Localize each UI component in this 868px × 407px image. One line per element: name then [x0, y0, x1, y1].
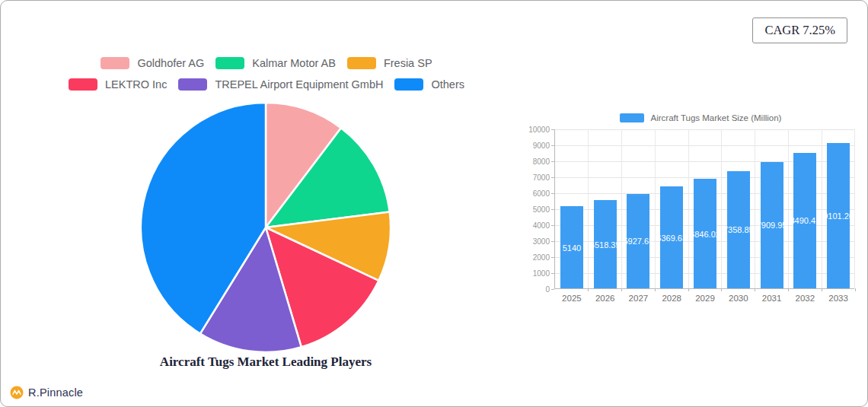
x-tick-label: 2025 [562, 294, 582, 303]
gridline-vertical [788, 129, 789, 288]
x-axis-tick [655, 288, 656, 291]
x-axis-tick [788, 288, 789, 291]
y-tick-label: 8000 [533, 157, 550, 166]
y-axis-tick [551, 209, 554, 212]
cagr-badge: CAGR 7.25% [752, 17, 847, 43]
legend-label: Fresia SP [384, 57, 432, 69]
report-canvas: CAGR 7.25% Goldhofer AGKalmar Motor ABFr… [0, 0, 868, 407]
gridline-vertical [688, 129, 689, 288]
bar-2025[interactable] [560, 206, 583, 288]
legend-item-others[interactable]: Others [394, 78, 464, 91]
legend-label: Kalmar Motor AB [252, 57, 336, 69]
gridline-vertical [822, 129, 822, 288]
gridline-vertical [621, 129, 622, 288]
legend-item-kalmar-motor-ab[interactable]: Kalmar Motor AB [215, 57, 336, 69]
x-axis-tick [688, 288, 689, 291]
bar-2032[interactable] [793, 153, 816, 288]
legend-label: Others [431, 78, 464, 91]
pie-chart-title: Aircraft Tugs Market Leading Players [116, 355, 416, 370]
gridline-vertical [854, 129, 855, 288]
x-axis-tick [855, 288, 856, 291]
bar-legend-label: Aircraft Tugs Market Size (Million) [651, 113, 782, 122]
bar-2026[interactable] [594, 200, 617, 288]
bar-chart-plot: 0100020003000400050006000700080009000100… [554, 129, 854, 289]
bar-2029[interactable] [694, 179, 716, 288]
bar-2028[interactable] [660, 186, 683, 288]
y-axis-tick [551, 241, 554, 244]
legend-item-lektro-inc[interactable]: LEKTRO Inc [69, 78, 167, 91]
x-axis-tick [621, 288, 622, 291]
y-axis-tick [551, 129, 554, 132]
y-axis-tick [551, 273, 554, 276]
y-axis-tick [551, 225, 554, 228]
bar-chart-legend[interactable]: Aircraft Tugs Market Size (Million) [547, 112, 854, 124]
legend-swatch [347, 57, 376, 69]
legend-swatch [394, 78, 423, 91]
x-tick-label: 2026 [595, 294, 615, 303]
gridline-horizontal [555, 129, 854, 130]
x-tick-label: 2033 [828, 294, 848, 303]
legend-swatch [101, 57, 129, 69]
gridline-vertical [655, 129, 656, 288]
legend-swatch [215, 57, 244, 69]
x-tick-label: 2027 [629, 294, 649, 303]
y-axis-tick [551, 145, 554, 148]
y-tick-label: 6000 [533, 189, 550, 198]
bar-legend-swatch [620, 113, 644, 122]
legend-label: Goldhofer AG [137, 57, 204, 69]
y-axis-tick [551, 161, 554, 164]
bar-2033[interactable] [827, 143, 850, 288]
y-axis-tick [551, 257, 554, 260]
bar-2031[interactable] [761, 162, 783, 288]
pie-chart [139, 100, 393, 355]
legend-label: TREPEL Airport Equipment GmbH [215, 78, 383, 91]
x-tick-label: 2028 [662, 294, 681, 303]
y-tick-label: 3000 [533, 237, 550, 246]
gridline-vertical [755, 129, 755, 288]
legend-label: LEKTRO Inc [105, 78, 167, 91]
wave-icon [10, 386, 24, 399]
legend-row: LEKTRO IncTREPEL Airport Equipment GmbHO… [38, 78, 495, 91]
x-axis-tick [721, 288, 722, 291]
y-tick-label: 10000 [528, 126, 550, 134]
legend-item-trepel-airport-equipment-gmbh[interactable]: TREPEL Airport Equipment GmbH [178, 78, 383, 91]
brand-name: R.Pinnacle [28, 386, 83, 399]
pie-legend: Goldhofer AGKalmar Motor ABFresia SPLEKT… [38, 57, 495, 91]
legend-swatch [178, 78, 207, 91]
x-axis-tick [755, 288, 755, 291]
x-tick-label: 2029 [695, 294, 715, 303]
legend-swatch [69, 78, 97, 91]
y-tick-label: 2000 [533, 253, 550, 262]
x-axis-tick [822, 288, 822, 291]
y-tick-label: 4000 [533, 221, 550, 230]
y-tick-label: 0 [545, 285, 550, 294]
y-axis-tick [551, 177, 554, 180]
y-tick-label: 5000 [533, 205, 550, 214]
y-tick-label: 7000 [533, 173, 550, 182]
bar-2030[interactable] [727, 171, 750, 289]
gridline-vertical [588, 129, 589, 288]
brand-logo: R.Pinnacle [10, 386, 83, 399]
y-axis-tick [551, 289, 554, 292]
legend-item-fresia-sp[interactable]: Fresia SP [347, 57, 432, 69]
gridline-vertical [721, 129, 722, 288]
x-axis-tick [588, 288, 589, 291]
x-tick-label: 2032 [796, 294, 815, 303]
bar-2027[interactable] [627, 194, 649, 289]
y-axis-tick [551, 193, 554, 196]
legend-item-goldhofer-ag[interactable]: Goldhofer AG [101, 57, 204, 69]
x-tick-label: 2030 [729, 294, 748, 303]
gridline-horizontal [555, 145, 854, 146]
y-tick-label: 9000 [533, 141, 550, 150]
legend-row: Goldhofer AGKalmar Motor ABFresia SP [38, 57, 495, 69]
y-tick-label: 1000 [533, 269, 550, 278]
x-tick-label: 2031 [762, 294, 782, 303]
